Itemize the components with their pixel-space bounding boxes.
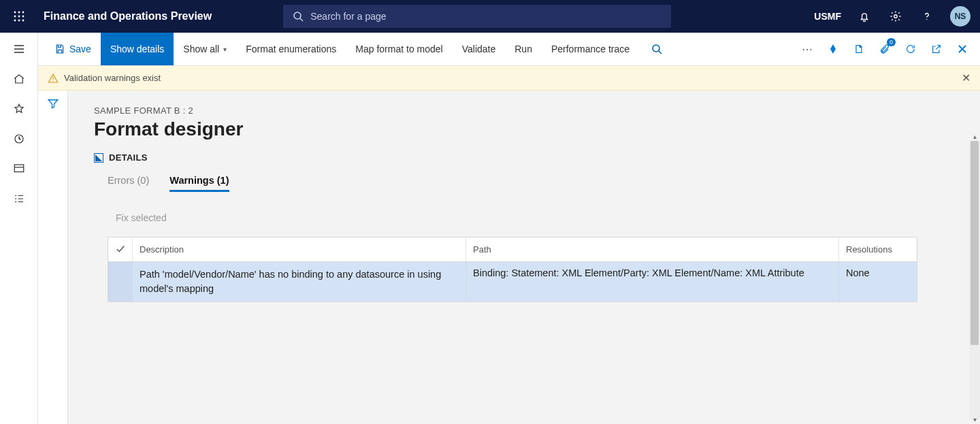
svg-point-9 <box>294 12 301 19</box>
format-enumerations-button[interactable]: Format enumerations <box>236 33 346 65</box>
scroll-up-icon[interactable]: ▴ <box>969 131 980 141</box>
global-search-placeholder: Search for a page <box>310 11 386 22</box>
row-select-cell[interactable] <box>108 262 133 301</box>
svg-line-10 <box>300 18 303 21</box>
company-code[interactable]: USMF <box>814 11 841 22</box>
collapse-triangle-icon <box>94 153 103 163</box>
breadcrumb: SAMPLE FORMAT B : 2 <box>94 105 949 116</box>
validate-button[interactable]: Validate <box>453 33 506 65</box>
svg-point-0 <box>14 12 16 14</box>
show-details-label: Show details <box>110 44 164 54</box>
svg-point-4 <box>18 16 20 18</box>
user-avatar[interactable]: NS <box>950 6 970 27</box>
grid-row[interactable]: Path 'model/Vendor/Name' has no binding … <box>108 262 917 301</box>
details-tabs: Errors (0) Warnings (1) <box>94 175 949 192</box>
page-title: Format designer <box>94 118 949 140</box>
checkmark-icon <box>116 244 125 254</box>
performance-trace-button[interactable]: Performance trace <box>542 33 639 65</box>
tab-warnings[interactable]: Warnings (1) <box>169 175 229 192</box>
svg-rect-14 <box>14 165 24 172</box>
scrollbar-thumb[interactable] <box>970 141 979 345</box>
svg-point-11 <box>894 15 898 18</box>
home-icon[interactable] <box>11 71 27 87</box>
run-button[interactable]: Run <box>505 33 542 65</box>
svg-point-12 <box>926 19 928 20</box>
svg-point-8 <box>22 20 24 22</box>
show-all-button[interactable]: Show all ▾ <box>174 33 236 65</box>
more-actions-icon[interactable]: ⋯ <box>799 41 815 57</box>
column-header-description[interactable]: Description <box>133 238 466 261</box>
favorites-icon[interactable] <box>11 101 27 117</box>
svg-point-7 <box>18 20 20 22</box>
header-right: USMF NS <box>814 6 980 27</box>
close-page-icon[interactable] <box>954 41 970 57</box>
performance-trace-label: Performance trace <box>551 44 630 54</box>
show-details-button[interactable]: Show details <box>101 33 174 65</box>
select-all-column[interactable] <box>108 238 133 261</box>
show-all-label: Show all <box>183 44 219 54</box>
row-resolutions-cell: None <box>839 262 917 301</box>
app-launcher-icon[interactable] <box>0 0 38 33</box>
office-icon[interactable] <box>851 41 867 57</box>
save-button[interactable]: Save <box>45 33 101 65</box>
hamburger-icon[interactable] <box>11 41 27 57</box>
popout-icon[interactable] <box>928 41 945 57</box>
modules-icon[interactable] <box>11 191 27 207</box>
svg-point-3 <box>14 16 16 18</box>
attachments-icon[interactable]: 0 <box>877 41 893 57</box>
power-apps-icon[interactable] <box>825 41 841 57</box>
top-header: Finance and Operations Preview Search fo… <box>0 0 980 33</box>
svg-point-1 <box>18 12 20 14</box>
command-bar: Save Show details Show all ▾ Format enum… <box>38 33 980 66</box>
app-title: Finance and Operations Preview <box>38 10 212 22</box>
map-format-label: Map format to model <box>355 44 442 54</box>
warning-triangle-icon <box>48 73 59 84</box>
workspace-icon[interactable] <box>11 161 27 177</box>
save-button-label: Save <box>69 44 91 54</box>
close-banner-icon[interactable]: ✕ <box>962 71 970 84</box>
grid-header: Description Path Resolutions <box>108 238 917 262</box>
format-enumerations-label: Format enumerations <box>246 44 336 54</box>
recent-icon[interactable] <box>11 131 27 147</box>
filter-icon[interactable] <box>47 97 59 424</box>
run-label: Run <box>514 44 532 54</box>
svg-point-5 <box>22 16 24 18</box>
page-content: SAMPLE FORMAT B : 2 Format designer DETA… <box>68 91 980 424</box>
chevron-down-icon: ▾ <box>223 46 227 53</box>
refresh-icon[interactable] <box>902 41 919 57</box>
tab-errors[interactable]: Errors (0) <box>108 175 149 192</box>
bell-icon[interactable] <box>856 8 872 25</box>
row-description-cell: Path 'model/Vendor/Name' has no binding … <box>133 262 466 301</box>
action-search-icon[interactable] <box>651 44 662 54</box>
gear-icon[interactable] <box>887 8 904 25</box>
search-icon <box>293 11 304 22</box>
global-search-input[interactable]: Search for a page <box>283 5 671 28</box>
validation-warning-banner: Validation warnings exist ✕ <box>38 66 980 91</box>
row-path-cell: Binding: Statement: XML Element/Party: X… <box>466 262 839 301</box>
details-section-header[interactable]: DETAILS <box>94 152 148 163</box>
svg-point-18 <box>52 80 53 81</box>
validate-label: Validate <box>462 44 496 54</box>
fix-selected-button[interactable]: Fix selected <box>116 212 949 223</box>
attachments-badge: 0 <box>887 38 896 46</box>
validation-warning-text: Validation warnings exist <box>64 73 161 83</box>
map-format-button[interactable]: Map format to model <box>346 33 452 65</box>
details-label: DETAILS <box>109 152 148 163</box>
svg-point-6 <box>14 20 16 22</box>
svg-line-16 <box>659 51 662 54</box>
svg-point-2 <box>22 12 24 14</box>
help-icon[interactable] <box>919 8 935 25</box>
save-icon <box>54 44 65 54</box>
left-nav-rail <box>0 33 38 424</box>
svg-marker-19 <box>95 154 102 161</box>
svg-point-15 <box>653 45 659 52</box>
column-header-path[interactable]: Path <box>466 238 839 261</box>
filter-pane-strip <box>38 91 68 424</box>
vertical-scrollbar[interactable]: ▴ ▾ <box>969 141 980 420</box>
scroll-down-icon[interactable]: ▾ <box>969 414 980 424</box>
warnings-grid: Description Path Resolutions Path 'model… <box>108 237 917 302</box>
column-header-resolutions[interactable]: Resolutions <box>839 238 917 261</box>
